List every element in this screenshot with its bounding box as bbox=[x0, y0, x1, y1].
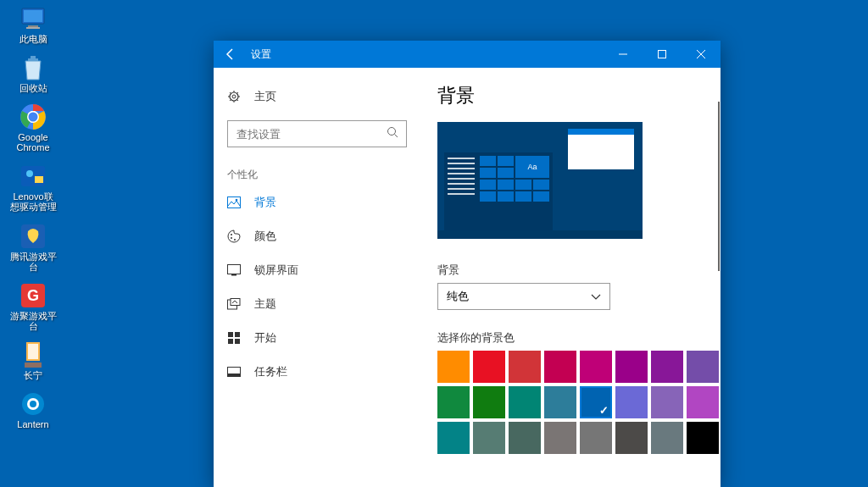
desktop-icon-changning[interactable]: 长宁 bbox=[7, 340, 59, 382]
theme-icon bbox=[227, 297, 241, 311]
recycle-icon bbox=[19, 54, 47, 81]
svg-rect-39 bbox=[231, 299, 240, 306]
svg-rect-13 bbox=[35, 176, 43, 183]
sidebar-item-lockscreen[interactable]: 锁屏界面 bbox=[214, 253, 420, 287]
background-preview: Aa bbox=[437, 122, 643, 239]
desktop-icon-lantern[interactable]: Lantern bbox=[7, 389, 59, 431]
search-input[interactable] bbox=[227, 120, 407, 147]
color-swatch[interactable] bbox=[651, 386, 683, 418]
picture-icon bbox=[227, 196, 241, 209]
color-swatch[interactable] bbox=[615, 351, 648, 383]
chrome-icon bbox=[19, 103, 47, 130]
palette-icon bbox=[227, 230, 241, 243]
svg-rect-41 bbox=[235, 332, 240, 337]
youju-icon: G bbox=[19, 282, 47, 309]
svg-rect-42 bbox=[228, 339, 233, 344]
sidebar-item-label: 任务栏 bbox=[254, 364, 287, 379]
color-label: 选择你的背景色 bbox=[437, 330, 700, 346]
svg-rect-36 bbox=[228, 265, 241, 274]
svg-rect-1 bbox=[24, 10, 42, 22]
svg-text:G: G bbox=[27, 287, 39, 304]
search-icon bbox=[387, 126, 398, 141]
scrollbar[interactable] bbox=[714, 68, 721, 487]
desktop-icon-recycle[interactable]: 回收站 bbox=[7, 53, 59, 95]
color-swatch[interactable] bbox=[544, 386, 576, 418]
desktop-icon-tencent[interactable]: 腾讯游戏平台 bbox=[7, 221, 59, 274]
taskbar-icon bbox=[227, 365, 241, 379]
desktop-icon-chrome[interactable]: Google Chrome bbox=[7, 102, 59, 154]
svg-point-10 bbox=[29, 113, 38, 122]
svg-rect-18 bbox=[28, 344, 38, 359]
sidebar: 主页 个性化 背景 颜色 锁屏界面 bbox=[214, 68, 420, 487]
color-swatches bbox=[437, 351, 700, 454]
desktop-icon-lenovo[interactable]: Lenovo联想驱动管理 bbox=[7, 161, 59, 213]
maximize-button[interactable] bbox=[643, 41, 682, 68]
sidebar-item-start[interactable]: 开始 bbox=[214, 321, 420, 355]
tencent-icon bbox=[19, 223, 47, 250]
svg-rect-37 bbox=[231, 274, 236, 276]
maximize-icon bbox=[658, 50, 666, 58]
search-wrap bbox=[214, 113, 420, 154]
svg-rect-24 bbox=[659, 51, 666, 58]
color-swatch[interactable] bbox=[544, 422, 576, 454]
sidebar-category: 个性化 bbox=[214, 154, 420, 185]
sidebar-item-label: 背景 bbox=[254, 195, 276, 210]
svg-rect-43 bbox=[235, 339, 240, 344]
color-swatch[interactable] bbox=[580, 386, 612, 418]
sidebar-item-themes[interactable]: 主题 bbox=[214, 287, 420, 321]
svg-point-29 bbox=[388, 128, 396, 136]
start-icon bbox=[227, 331, 241, 345]
desktop-icons: 此电脑 回收站 Google Chrome Lenovo联想驱动管理 腾讯游戏平… bbox=[7, 3, 59, 431]
minimize-button[interactable] bbox=[604, 41, 643, 68]
home-link[interactable]: 主页 bbox=[214, 80, 420, 113]
color-swatch[interactable] bbox=[615, 386, 648, 418]
color-swatch[interactable] bbox=[615, 422, 648, 454]
page-title: 背景 bbox=[437, 83, 700, 108]
background-dropdown[interactable]: 纯色 bbox=[437, 283, 610, 310]
color-swatch[interactable] bbox=[509, 386, 541, 418]
color-swatch[interactable] bbox=[580, 351, 612, 383]
dropdown-value: 纯色 bbox=[447, 289, 469, 304]
color-swatch[interactable] bbox=[437, 351, 470, 383]
color-swatch[interactable] bbox=[580, 422, 612, 454]
svg-point-28 bbox=[232, 95, 236, 98]
pc-icon bbox=[19, 5, 47, 32]
background-label: 背景 bbox=[437, 263, 700, 278]
color-swatch[interactable] bbox=[437, 386, 470, 418]
changning-icon bbox=[19, 341, 47, 368]
sidebar-item-colors[interactable]: 颜色 bbox=[214, 219, 420, 253]
desktop-icon-youju[interactable]: G 游聚游戏平台 bbox=[7, 280, 59, 333]
svg-point-32 bbox=[236, 199, 238, 202]
sidebar-item-background[interactable]: 背景 bbox=[214, 185, 420, 219]
svg-rect-4 bbox=[28, 58, 38, 61]
window-controls bbox=[604, 41, 721, 68]
lockscreen-icon bbox=[227, 263, 241, 277]
color-swatch[interactable] bbox=[473, 351, 505, 383]
svg-rect-3 bbox=[26, 27, 40, 29]
svg-rect-19 bbox=[25, 362, 42, 368]
svg-line-30 bbox=[395, 135, 398, 138]
close-button[interactable] bbox=[682, 41, 721, 68]
sidebar-item-taskbar[interactable]: 任务栏 bbox=[214, 355, 420, 389]
lantern-icon bbox=[19, 390, 47, 418]
window-body: 主页 个性化 背景 颜色 锁屏界面 bbox=[214, 68, 721, 487]
minimize-icon bbox=[619, 50, 627, 58]
svg-point-22 bbox=[30, 401, 36, 407]
svg-rect-2 bbox=[28, 25, 38, 27]
color-swatch[interactable] bbox=[473, 422, 505, 454]
sidebar-item-label: 主题 bbox=[254, 296, 276, 312]
color-swatch[interactable] bbox=[509, 351, 541, 383]
arrow-left-icon bbox=[224, 47, 237, 61]
color-swatch[interactable] bbox=[437, 422, 470, 454]
back-button[interactable] bbox=[214, 41, 248, 68]
home-label: 主页 bbox=[254, 89, 276, 104]
color-swatch[interactable] bbox=[544, 351, 576, 383]
svg-rect-45 bbox=[228, 374, 241, 377]
desktop-icon-pc[interactable]: 此电脑 bbox=[7, 3, 59, 46]
svg-rect-40 bbox=[228, 332, 233, 337]
color-swatch[interactable] bbox=[509, 422, 541, 454]
color-swatch[interactable] bbox=[651, 351, 683, 383]
color-swatch[interactable] bbox=[473, 386, 505, 418]
sidebar-item-label: 开始 bbox=[254, 330, 276, 346]
color-swatch[interactable] bbox=[651, 422, 683, 454]
